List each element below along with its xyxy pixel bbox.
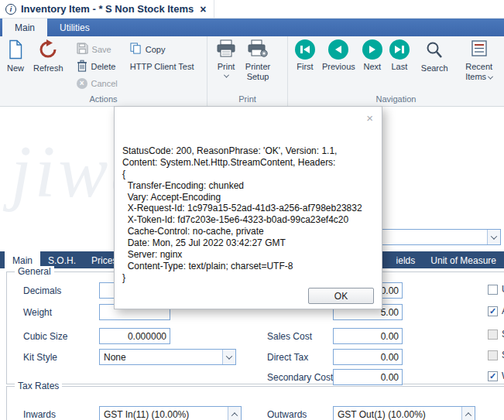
- print-dropdown-icon: [223, 72, 228, 77]
- ribbon-group-print: Print Printer Setup Print: [207, 36, 288, 106]
- ribbon-tab-row: Main Utilities: [0, 19, 504, 36]
- sales-cost-label: Sales Cost: [267, 331, 312, 342]
- kit-style-label: Kit Style: [23, 352, 57, 363]
- checkbox-row-4[interactable]: S: [488, 350, 504, 360]
- cubic-size-label: Cubic Size: [23, 331, 67, 342]
- chevron-down-icon: [226, 353, 232, 359]
- search-icon: [425, 39, 444, 61]
- next-button[interactable]: Next: [360, 36, 385, 71]
- weight-label: Weight: [23, 307, 52, 318]
- previous-button[interactable]: Previous: [320, 36, 358, 71]
- outwards-label: Outwards: [267, 409, 307, 420]
- actions-small-column-2: Copy HTTP Client Test: [130, 36, 194, 73]
- first-icon: [295, 39, 315, 60]
- next-icon: [362, 39, 382, 60]
- ribbon-group-actions: New Refresh Save: [0, 36, 207, 106]
- new-document-icon: [7, 39, 24, 61]
- inwards-expand-button[interactable]: [228, 407, 241, 420]
- checkbox-unchecked[interactable]: [488, 285, 498, 295]
- document-close-icon[interactable]: ×: [200, 3, 206, 15]
- refresh-icon: [38, 39, 58, 61]
- secondary-cost-label: Secondary Cost: [267, 372, 333, 383]
- printer-setup-button[interactable]: Printer Setup: [240, 36, 276, 81]
- search-button[interactable]: Search: [419, 36, 451, 73]
- http-client-test-button[interactable]: HTTP Client Test: [130, 60, 194, 73]
- decimals-label: Decimals: [23, 285, 61, 296]
- print-group-label: Print: [207, 94, 287, 106]
- page-tab-fields[interactable]: ields: [389, 251, 423, 268]
- checkbox-disabled[interactable]: [488, 330, 498, 340]
- last-button[interactable]: Last: [387, 36, 412, 71]
- checkbox-row-3[interactable]: S: [488, 329, 504, 340]
- cancel-button[interactable]: × Cancel: [77, 77, 118, 90]
- recent-items-button[interactable]: Recent Items: [459, 36, 499, 81]
- actions-small-column-1: Save Delete × Cancel: [77, 36, 118, 90]
- dialog-message: StatusCode: 200, ReasonPhrase: 'OK', Ver…: [122, 145, 371, 284]
- info-icon: i: [5, 4, 16, 15]
- checkbox-checked[interactable]: ✓: [488, 371, 498, 381]
- dialog-close-icon[interactable]: ×: [366, 111, 373, 125]
- save-icon: [77, 43, 88, 56]
- cubic-size-input[interactable]: 0.000000: [99, 328, 170, 344]
- top-combo-dropdown-button[interactable]: [487, 230, 500, 244]
- new-button[interactable]: New: [5, 36, 26, 73]
- last-icon: [389, 39, 410, 60]
- inwards-label: Inwards: [23, 409, 56, 420]
- checkbox-disabled[interactable]: [488, 350, 498, 360]
- inwards-combo[interactable]: GST In(11) (10.00%): [99, 406, 242, 420]
- actions-group-label: Actions: [0, 94, 207, 106]
- document-tab[interactable]: i Inventory Item - * S Non Stock Items ×: [0, 0, 214, 18]
- copy-icon: [130, 43, 142, 56]
- page-tab-unit-of-measure[interactable]: Unit of Measure: [423, 251, 504, 268]
- outwards-combo[interactable]: GST Out(1) (10.00%): [333, 406, 475, 420]
- checkbox-checked[interactable]: ✓: [488, 306, 498, 316]
- ribbon-tab-utilities[interactable]: Utilities: [47, 19, 102, 36]
- refresh-button[interactable]: Refresh: [31, 36, 66, 73]
- recent-items-label: Recent Items: [461, 62, 497, 81]
- kit-style-combo[interactable]: None: [99, 349, 236, 365]
- checkbox-row-1[interactable]: U: [488, 284, 504, 295]
- print-icon: [216, 39, 236, 60]
- cancel-icon: ×: [77, 78, 87, 89]
- ribbon-tab-main[interactable]: Main: [2, 19, 47, 36]
- direct-tax-input[interactable]: 0.00: [333, 349, 403, 365]
- kit-style-dropdown-button[interactable]: [222, 350, 235, 364]
- chevron-down-icon: [491, 233, 497, 239]
- printer-setup-icon: [248, 39, 268, 60]
- outwards-expand-button[interactable]: [461, 407, 475, 420]
- chevron-up-icon: [231, 412, 238, 418]
- print-button[interactable]: Print: [214, 36, 238, 78]
- ribbon: New Refresh Save: [0, 36, 504, 107]
- navigation-group-label: Navigation: [288, 94, 504, 106]
- ribbon-group-navigation: First Previous Next Last: [288, 36, 504, 106]
- trash-icon: [77, 60, 87, 73]
- application-window: i Inventory Item - * S Non Stock Items ×…: [0, 0, 504, 420]
- http-response-dialog: × StatusCode: 200, ReasonPhrase: 'OK', V…: [114, 106, 382, 309]
- chevron-up-icon: [465, 412, 471, 418]
- sales-cost-input[interactable]: 0.00: [333, 328, 403, 344]
- save-button[interactable]: Save: [77, 43, 118, 56]
- recent-items-icon: [471, 39, 488, 60]
- secondary-cost-input[interactable]: 0.00: [333, 369, 403, 385]
- ok-button[interactable]: OK: [308, 288, 374, 304]
- delete-button[interactable]: Delete: [77, 60, 118, 73]
- recent-items-dropdown-icon: [488, 73, 493, 79]
- checkbox-row-5[interactable]: ✓ W: [488, 370, 504, 381]
- direct-tax-label: Direct Tax: [267, 352, 308, 363]
- general-group-label: General: [15, 266, 54, 277]
- previous-icon: [328, 39, 348, 60]
- tax-rates-group-label: Tax Rates: [15, 381, 62, 391]
- checkbox-row-2[interactable]: ✓ A: [488, 306, 504, 316]
- copy-button[interactable]: Copy: [130, 43, 194, 56]
- window-title: Inventory Item - * S Non Stock Items: [21, 3, 194, 15]
- titlebar: i Inventory Item - * S Non Stock Items ×: [0, 0, 504, 19]
- first-button[interactable]: First: [293, 36, 317, 71]
